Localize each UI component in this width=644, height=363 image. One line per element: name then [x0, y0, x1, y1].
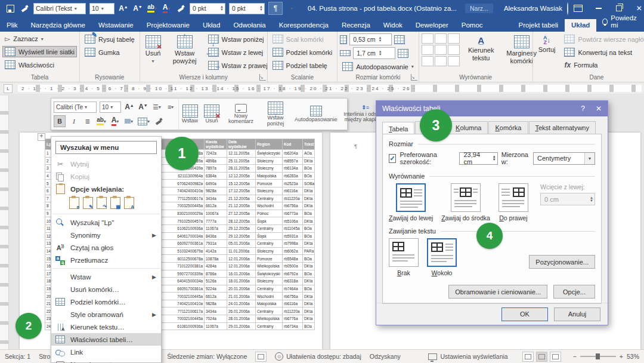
format-painter-button[interactable]	[19, 2, 30, 14]
show-formatting-marks-toggle[interactable]: ¶	[268, 2, 283, 15]
mini-grow-font-button[interactable]: A▲	[124, 101, 135, 112]
wrapping-option-around[interactable]: Wokoło	[427, 238, 457, 276]
menu-item-opcje-wklejania[interactable]: Opcje wklejania:	[51, 183, 161, 195]
options-button[interactable]: Opcje...	[553, 285, 595, 299]
dialog-title-bar[interactable]: Właściwości tabeli ? ✕	[376, 101, 608, 116]
dialog-close-button[interactable]: ✕	[596, 104, 602, 113]
tab-korespondencja-6[interactable]: Korespondencja	[273, 19, 335, 32]
menu-item-czytaj-na-głos[interactable]: A))Czytaj na głos	[51, 241, 161, 254]
spacing-after-spinner[interactable]: 0 pkt▲▼	[229, 3, 265, 14]
menu-item-style-obramowań[interactable]: Style obramowań▶	[51, 308, 161, 321]
shrink-font-button[interactable]: A▼	[132, 2, 143, 14]
align-center-right-button[interactable]	[448, 45, 460, 55]
delete-button[interactable]: ✕Usuń▾	[143, 33, 164, 73]
view-gridlines-toggle[interactable]: Wyświetl linie siatki	[2, 46, 77, 57]
convert-to-text-button[interactable]: Konwertuj na tekst	[562, 47, 644, 58]
align-bottom-center-button[interactable]	[435, 56, 447, 66]
shading-button[interactable]: ▾	[123, 116, 134, 127]
mini-delete-button[interactable]: ✕Usuń	[201, 99, 222, 130]
mini-font-combo[interactable]: Calibri (Te▾	[54, 101, 97, 113]
distribute-rows-icon[interactable]	[394, 35, 405, 44]
mini-insert-below-button[interactable]: ↓Wstaw poniżej	[259, 99, 292, 130]
vertical-ruler[interactable]	[0, 96, 9, 349]
align-bottom-right-button[interactable]	[448, 56, 460, 66]
zoom-slider-thumb[interactable]	[596, 353, 600, 359]
alignment-option-center[interactable]: Zawijaj do środka	[441, 183, 490, 222]
tab-wstawianie-2[interactable]: Wstawianie	[92, 19, 140, 32]
italic-button[interactable]: I	[69, 116, 79, 127]
tab-projektowanie-3[interactable]: Projektowanie	[140, 19, 196, 32]
mini-highlight-button[interactable]: ab▾	[96, 116, 107, 127]
dialog-launcher-icon[interactable]: ↘	[259, 74, 266, 81]
distribute-columns-icon[interactable]	[398, 49, 408, 58]
cancel-button[interactable]: Anuluj	[554, 307, 600, 321]
paste-keep-source-icon[interactable]	[69, 197, 79, 209]
font-color-button[interactable]: A▾	[161, 2, 172, 14]
zoom-out-button[interactable]: −	[573, 353, 577, 360]
bold-button[interactable]: B	[54, 115, 66, 127]
column-width-spinner[interactable]: 1,7 cm▲▼	[353, 47, 395, 59]
eraser-button[interactable]: Gumka	[82, 47, 137, 58]
insert-above-button[interactable]: ↑Wstaw powyżej	[168, 33, 202, 73]
menu-item-link[interactable]: Link	[51, 346, 161, 358]
insert-below-button[interactable]: ↓Wstaw poniżej	[206, 33, 270, 45]
ribbon-display-options-button[interactable]	[568, 0, 589, 17]
font-size-combo[interactable]: 10▾	[89, 3, 114, 14]
grow-font-button[interactable]: A▲	[118, 2, 129, 14]
dialog-tab-komórka[interactable]: Komórka	[488, 121, 528, 134]
alignment-option-right[interactable]: Do prawej	[499, 183, 528, 222]
mini-new-comment-button[interactable]: Nowy komentarz	[222, 99, 259, 130]
qat-customize-button[interactable]: ▾	[286, 2, 297, 14]
zoom-in-button[interactable]: +	[620, 353, 623, 360]
zoom-level[interactable]: 53%	[627, 353, 639, 360]
accessibility-indicator[interactable]: ☺Ułatwienia dostępu: zbadaj	[275, 352, 361, 361]
paste-picture-icon[interactable]	[110, 197, 120, 209]
tab-selector-icon[interactable]: L	[4, 84, 13, 93]
tab-recenzja-7[interactable]: Recenzja	[335, 19, 377, 32]
web-layout-button[interactable]	[550, 352, 561, 362]
menu-item-wyszukaj-lp[interactable]: Wyszukaj "Lp"	[51, 216, 161, 229]
align-bottom-left-button[interactable]	[422, 56, 434, 66]
tab-układ-4[interactable]: Układ	[196, 19, 227, 32]
macro-record-icon[interactable]	[255, 352, 267, 362]
borders-shading-button[interactable]: Obramowanie i cieniowanie...	[448, 285, 547, 299]
menu-item-kierunek-tekstu[interactable]: Kierunek tekstu…	[51, 321, 161, 333]
dialog-launcher-icon[interactable]: ↘	[411, 74, 417, 81]
insert-left-button[interactable]: ←Wstaw z lewej	[206, 47, 270, 58]
positioning-button[interactable]: Pozycjonowanie...	[529, 255, 595, 269]
menu-item-podziel-komórki[interactable]: Podziel komórki…	[51, 296, 161, 308]
menu-item-synonimy[interactable]: Synonimy▶	[51, 229, 161, 241]
paste-link-icon[interactable]	[97, 197, 107, 209]
tab-plik-0[interactable]: Plik	[0, 19, 24, 32]
numbering-button[interactable]: ≡▾	[165, 101, 176, 112]
align-top-left-button[interactable]	[422, 33, 434, 44]
borders-button[interactable]: ▾	[137, 116, 150, 127]
font-name-combo[interactable]: Calibri (Tekst▾	[33, 3, 86, 14]
recovered-indicator[interactable]: Odzyskany	[370, 353, 401, 360]
text-highlight-button[interactable]: ab▾	[147, 2, 157, 14]
bullets-button[interactable]: ☰▾	[151, 101, 162, 112]
menu-item-wstaw[interactable]: Wstaw▶	[51, 270, 161, 283]
align-center-left-button[interactable]	[422, 45, 434, 55]
section-indicator[interactable]: Sekcja: 1	[5, 353, 30, 360]
split-table-button[interactable]: Podziel tabelę	[270, 60, 335, 71]
tab-odwołania-5[interactable]: Odwołania	[227, 19, 272, 32]
ok-button[interactable]: OK	[501, 307, 548, 321]
menu-item-nowy-komentarz[interactable]: Nowy komentarz	[51, 358, 161, 363]
dialog-help-button[interactable]: ?	[581, 104, 585, 113]
measure-in-select[interactable]: Centymetry▼	[533, 152, 595, 165]
draw-table-button[interactable]: ✎Rysuj tabelę	[82, 33, 137, 45]
dialog-tab-tabela[interactable]: Tabela	[382, 122, 414, 135]
tab-projekt-tabeli-11[interactable]: Projekt tabeli	[512, 19, 565, 32]
menu-item-przetłumacz[interactable]: Przetłumacz	[51, 254, 161, 266]
tab-widok-8[interactable]: Widok	[377, 19, 409, 32]
preferred-width-checkbox[interactable]: ✓	[389, 154, 396, 163]
mini-autofit-button[interactable]: Autodopasowanie	[292, 99, 340, 130]
alignment-option-left[interactable]: Zawijaj do lewej	[389, 183, 433, 222]
mini-font-color-button[interactable]: A▾	[110, 116, 120, 127]
menu-item-usuń-komórki[interactable]: Usuń komórki…	[51, 283, 161, 296]
tab-deweloper-9[interactable]: Deweloper	[409, 19, 455, 32]
text-direction-button[interactable]: A̲Kierunek tekstu	[463, 33, 499, 73]
insert-right-button[interactable]: →Wstaw z prawej	[206, 60, 270, 71]
mini-format-painter-button[interactable]	[153, 116, 164, 127]
